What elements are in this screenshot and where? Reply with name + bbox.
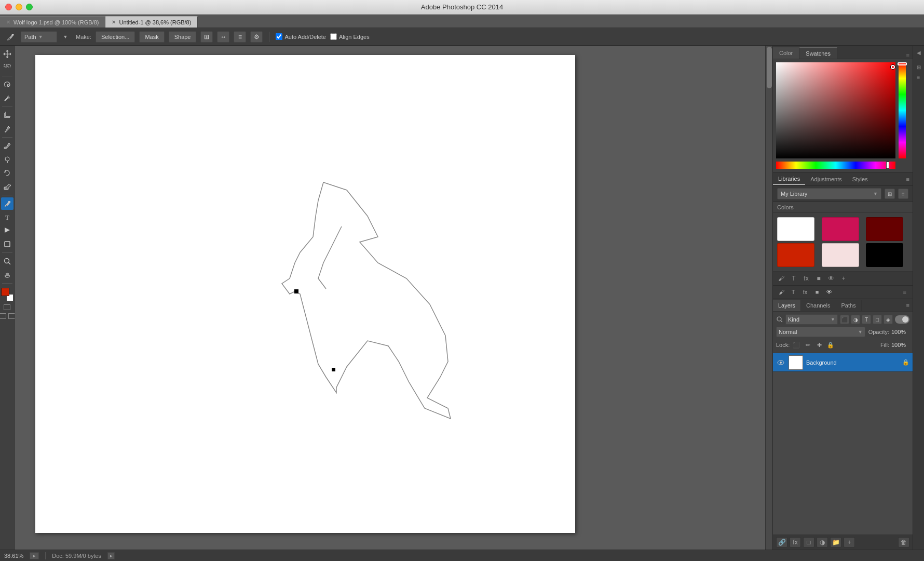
swatch-red[interactable] xyxy=(777,243,814,267)
filter-pixel-icon[interactable]: ⬛ xyxy=(840,315,849,324)
pen-tool-left[interactable] xyxy=(1,197,13,210)
auto-add-delete-input[interactable] xyxy=(276,33,282,40)
crop-tool[interactable] xyxy=(1,109,13,122)
layers-panel-menu[interactable]: ≡ xyxy=(906,302,913,309)
quick-mask-mode[interactable] xyxy=(4,304,10,310)
hue-marker[interactable] xyxy=(886,162,889,169)
lock-move-icon[interactable]: ✚ xyxy=(814,340,824,350)
tab-color[interactable]: Color xyxy=(773,47,799,59)
new-group-btn[interactable]: 📁 xyxy=(830,537,841,547)
swatch-white[interactable] xyxy=(777,217,814,241)
tab-close-icon[interactable]: ✕ xyxy=(6,19,10,25)
mask-button[interactable]: Mask xyxy=(139,31,164,43)
stack-icon[interactable]: ≡ xyxy=(234,31,246,43)
eyedropper-tool[interactable] xyxy=(1,123,13,135)
canvas-svg[interactable] xyxy=(35,55,575,533)
tab-layers[interactable]: Layers xyxy=(773,300,801,311)
lock-pixels-icon[interactable]: ⬛ xyxy=(792,340,801,350)
layer-visibility-toggle[interactable] xyxy=(776,358,785,367)
history-brush-tool[interactable] xyxy=(1,167,13,179)
filter-text-icon[interactable]: T xyxy=(862,315,871,324)
color-gradient-picker[interactable] xyxy=(776,62,895,158)
tab-wolf-logo[interactable]: ✕ Wolf logo 1.psd @ 100% (RGB/8) xyxy=(0,16,105,28)
traffic-lights[interactable] xyxy=(5,4,33,10)
align-icon-2[interactable]: ↔ xyxy=(217,31,229,43)
tab-close-icon[interactable]: ✕ xyxy=(112,19,116,25)
settings-icon[interactable]: ⚙ xyxy=(250,31,263,43)
filter-smart-icon[interactable]: ◈ xyxy=(884,315,893,324)
layer-fx-btn[interactable]: fx xyxy=(790,537,801,547)
swatch-light-pink[interactable] xyxy=(822,243,859,267)
zoom-menu-btn[interactable]: ▸ xyxy=(30,552,39,559)
foreground-color-swatch[interactable] xyxy=(1,288,9,296)
lib-icon-text[interactable]: T xyxy=(789,274,799,283)
hue-slider-vertical[interactable] xyxy=(899,62,906,158)
hue-slider-horizontal[interactable] xyxy=(776,162,895,169)
opacity-value[interactable]: 100% xyxy=(891,329,909,335)
tab-styles[interactable]: Styles xyxy=(847,173,873,185)
zoom-tool-left[interactable] xyxy=(1,255,13,268)
hand-tool[interactable] xyxy=(1,269,13,281)
auto-add-delete-checkbox[interactable]: Auto Add/Delete xyxy=(276,33,326,40)
clone-stamp-tool[interactable] xyxy=(1,153,13,166)
libraries-collapse-btn[interactable]: ≡ xyxy=(906,176,909,182)
far-right-icon-2[interactable]: ≡ xyxy=(914,73,923,82)
far-right-collapse-btn[interactable]: ◀ xyxy=(914,48,923,57)
eraser-tool[interactable] xyxy=(1,180,13,193)
fill-value[interactable]: 100% xyxy=(891,342,909,348)
layers-collapse-btn[interactable]: ≡ xyxy=(903,289,906,295)
link-layers-btn[interactable]: 🔗 xyxy=(776,537,787,547)
new-layer-btn[interactable]: + xyxy=(844,537,855,547)
library-dropdown[interactable]: My Library ▼ xyxy=(777,188,881,199)
lib-icon-eye[interactable]: 👁 xyxy=(826,274,836,283)
align-edges-input[interactable] xyxy=(330,33,337,40)
path-selection-tool[interactable] xyxy=(1,224,13,237)
lib-icon-add[interactable]: + xyxy=(838,274,849,283)
lib-icon-fx[interactable]: fx xyxy=(801,274,811,283)
hue-slider-thumb[interactable] xyxy=(898,62,907,65)
minimize-button[interactable] xyxy=(16,4,22,10)
panel-collapse-btn[interactable]: ≡ xyxy=(906,52,909,59)
maximize-button[interactable] xyxy=(26,4,33,10)
adjustment-layer-btn[interactable]: ◑ xyxy=(817,537,828,547)
text-tool[interactable]: T xyxy=(1,211,13,223)
filter-adjustment-icon[interactable]: ◑ xyxy=(851,315,860,324)
selection-button[interactable]: Selection... xyxy=(96,31,135,43)
screen-mode-2[interactable] xyxy=(8,313,15,319)
library-grid-view-btn[interactable]: ⊞ xyxy=(885,189,895,199)
panel-icon-text[interactable]: T xyxy=(788,287,798,297)
tab-untitled[interactable]: ✕ Untitled-1 @ 38,6% (RGB/8) xyxy=(105,16,198,28)
panel-icon-fx[interactable]: fx xyxy=(800,287,810,297)
align-icon-1[interactable]: ⊞ xyxy=(200,31,213,43)
lock-position-icon[interactable]: ✏ xyxy=(803,340,812,350)
canvas-scrollbar-right[interactable] xyxy=(765,46,772,550)
doc-info-arrow[interactable]: ▸ xyxy=(107,552,115,559)
tab-adjustments[interactable]: Adjustments xyxy=(805,173,847,185)
tab-libraries[interactable]: Libraries xyxy=(773,173,805,185)
delete-layer-btn[interactable]: 🗑 xyxy=(898,537,909,547)
screen-mode-1[interactable] xyxy=(0,313,6,319)
tab-paths[interactable]: Paths xyxy=(836,300,862,311)
swatch-crimson[interactable] xyxy=(822,217,859,241)
path-type-dropdown[interactable]: Path ▼ xyxy=(21,31,57,43)
library-list-view-btn[interactable]: ≡ xyxy=(898,189,908,199)
color-picker[interactable] xyxy=(1,288,13,301)
pen-tool-icon[interactable] xyxy=(4,31,17,43)
tab-channels[interactable]: Channels xyxy=(801,300,836,311)
filter-shape-icon[interactable]: □ xyxy=(873,315,882,324)
filter-toggle[interactable] xyxy=(895,315,909,324)
shape-tool-left[interactable] xyxy=(1,238,13,250)
add-mask-btn[interactable]: □ xyxy=(803,537,814,547)
selection-tool[interactable] xyxy=(1,61,13,74)
align-edges-checkbox[interactable]: Align Edges xyxy=(330,33,370,40)
blend-mode-dropdown[interactable]: Normal ▼ xyxy=(776,327,865,337)
magic-wand-tool[interactable] xyxy=(1,92,13,104)
panel-icon-brush[interactable]: 🖌 xyxy=(776,287,786,297)
tab-swatches[interactable]: Swatches xyxy=(799,47,837,59)
layers-menu-icon[interactable]: ≡ xyxy=(906,302,909,309)
lasso-tool[interactable] xyxy=(1,78,13,91)
scrollbar-thumb-right[interactable] xyxy=(767,47,772,88)
gradient-marker[interactable] xyxy=(891,65,895,69)
swatch-black[interactable] xyxy=(866,243,903,267)
panel-icon-eye[interactable]: 👁 xyxy=(824,287,834,297)
